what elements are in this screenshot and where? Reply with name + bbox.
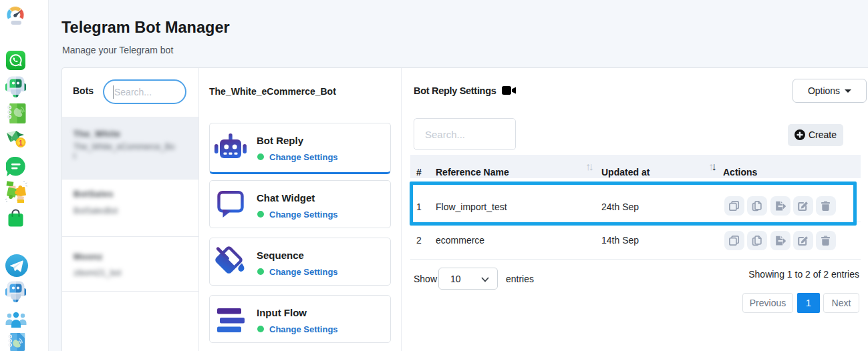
svg-text:1: 1 xyxy=(19,139,23,147)
